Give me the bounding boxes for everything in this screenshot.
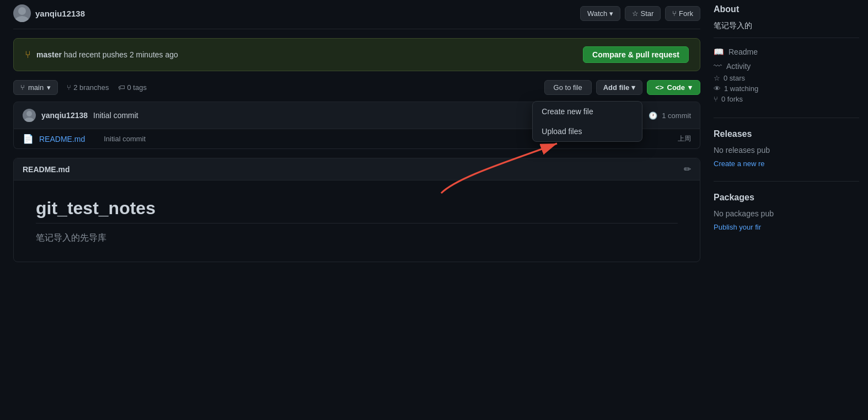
branch-select-button[interactable]: ⑂ main ▾ (13, 80, 58, 95)
avatar (13, 4, 31, 22)
eye-icon: 👁 (714, 84, 721, 93)
releases-empty-text: No releases pub (714, 146, 859, 155)
commit-avatar (23, 109, 36, 122)
file-name-link[interactable]: README.md (39, 135, 85, 143)
packages-title: Packages (714, 188, 859, 203)
branch-chevron: ▾ (47, 83, 51, 92)
commit-count-link[interactable]: 1 commit (662, 111, 691, 120)
star-button[interactable]: ☆ Star (625, 6, 661, 21)
add-file-wrapper: Add file ▾ Create new file Upload files (596, 80, 643, 95)
add-file-chevron: ▾ (631, 83, 635, 92)
branch-bar-right: Go to file Add file ▾ Create new file Up… (544, 80, 700, 95)
readme-filename: README.md (23, 165, 70, 174)
about-description: 笔记导入的 (714, 21, 859, 31)
add-file-button[interactable]: Add file ▾ (596, 80, 643, 95)
branch-icon-small: ⑂ (20, 83, 25, 92)
about-section: About 笔记导入的 📖 Readme 〰 Activity ☆ 0 star… (714, 0, 859, 104)
tags-count: 0 tags (127, 83, 147, 92)
packages-divider (714, 181, 859, 182)
publish-package-link[interactable]: Publish your fir (714, 223, 761, 231)
releases-section: Releases No releases pub Create a new re (714, 125, 859, 168)
svg-point-4 (24, 118, 34, 122)
code-button[interactable]: <> Code ▾ (647, 80, 700, 95)
activity-icon: 〰 (714, 61, 722, 71)
forks-count: 0 forks (721, 95, 743, 103)
branches-icon: ⑂ (67, 83, 71, 92)
user-info: yanqiu12138 (13, 4, 85, 22)
top-bar: yanqiu12138 Watch ▾ ☆ Star ⑂ Fork (13, 0, 700, 29)
readme-h1: git_test_notes (36, 198, 678, 224)
readme-sidebar-label: Readme (728, 47, 758, 56)
compare-pull-request-button[interactable]: Compare & pull request (583, 46, 689, 63)
about-divider (714, 38, 859, 38)
stars-count: 0 stars (724, 74, 745, 82)
file-icon: 📄 (23, 134, 34, 144)
book-icon: 📖 (714, 47, 724, 57)
releases-divider (714, 118, 859, 118)
forks-stat: ⑂ 0 forks (714, 94, 859, 104)
branch-meta: ⑂ 2 branches 🏷 0 tags (67, 83, 147, 92)
branch-bar-left: ⑂ main ▾ ⑂ 2 branches 🏷 0 tags (13, 80, 147, 95)
top-actions: Watch ▾ ☆ Star ⑂ Fork (580, 6, 700, 21)
fork-icon: ⑂ (714, 95, 718, 103)
svg-point-0 (18, 7, 26, 15)
commit-author[interactable]: yanqiu12138 (41, 111, 88, 120)
fork-button[interactable]: ⑂ Fork (665, 6, 700, 21)
readme-header: README.md ✏ (14, 158, 700, 180)
history-icon: 🕐 (649, 111, 657, 120)
push-banner-left: ⑂ master had recent pushes 2 minutes ago (25, 49, 178, 61)
file-time: 上周 (678, 134, 691, 143)
edit-icon[interactable]: ✏ (684, 164, 691, 174)
releases-title: Releases (714, 125, 859, 139)
readme-sidebar-item[interactable]: 📖 Readme (714, 45, 859, 59)
branches-count: 2 branches (73, 83, 109, 92)
tags-icon: 🏷 (118, 83, 125, 92)
add-file-label: Add file (603, 83, 630, 92)
star-icon: ☆ (714, 74, 720, 82)
readme-body: git_test_notes 笔记导入的先导库 (14, 180, 700, 262)
file-commit-msg: Initial commit (104, 135, 146, 143)
activity-sidebar-item[interactable]: 〰 Activity (714, 59, 859, 73)
branch-bar: ⑂ main ▾ ⑂ 2 branches 🏷 0 tags Go to f (13, 80, 700, 95)
goto-file-button[interactable]: Go to file (544, 80, 592, 95)
commit-message: Initial commit (93, 111, 138, 120)
watching-stat: 👁 1 watching (714, 83, 859, 94)
readme-box: README.md ✏ git_test_notes 笔记导入的先导库 (13, 158, 700, 262)
right-sidebar: About 笔记导入的 📖 Readme 〰 Activity ☆ 0 star… (714, 0, 868, 420)
tags-link[interactable]: 🏷 0 tags (118, 83, 147, 92)
watch-button[interactable]: Watch ▾ (580, 6, 620, 21)
create-release-link[interactable]: Create a new re (714, 160, 765, 168)
watching-count: 1 watching (724, 84, 758, 93)
svg-point-1 (15, 16, 29, 22)
code-label: Code (667, 83, 685, 92)
branches-link[interactable]: ⑂ 2 branches (67, 83, 109, 92)
push-branch-name: master (36, 50, 62, 59)
packages-empty-text: No packages pub (714, 209, 859, 218)
branch-icon: ⑂ (25, 49, 31, 61)
branch-name: main (28, 83, 44, 92)
svg-point-3 (26, 111, 32, 116)
code-icon: <> (655, 83, 663, 92)
commit-right: 🕐 1 commit (649, 111, 691, 120)
upload-files-item[interactable]: Upload files (533, 121, 642, 141)
activity-sidebar-label: Activity (726, 62, 751, 71)
packages-section: Packages No packages pub Publish your fi… (714, 188, 859, 231)
stars-stat: ☆ 0 stars (714, 73, 859, 83)
readme-description: 笔记导入的先导库 (36, 232, 678, 244)
create-new-file-item[interactable]: Create new file (533, 102, 642, 121)
push-banner-text: master had recent pushes 2 minutes ago (36, 50, 178, 59)
add-file-dropdown: Create new file Upload files (532, 101, 642, 142)
push-banner: ⑂ master had recent pushes 2 minutes ago… (13, 38, 700, 71)
about-title: About (714, 0, 859, 14)
code-chevron: ▾ (688, 83, 692, 92)
username[interactable]: yanqiu12138 (35, 9, 85, 18)
